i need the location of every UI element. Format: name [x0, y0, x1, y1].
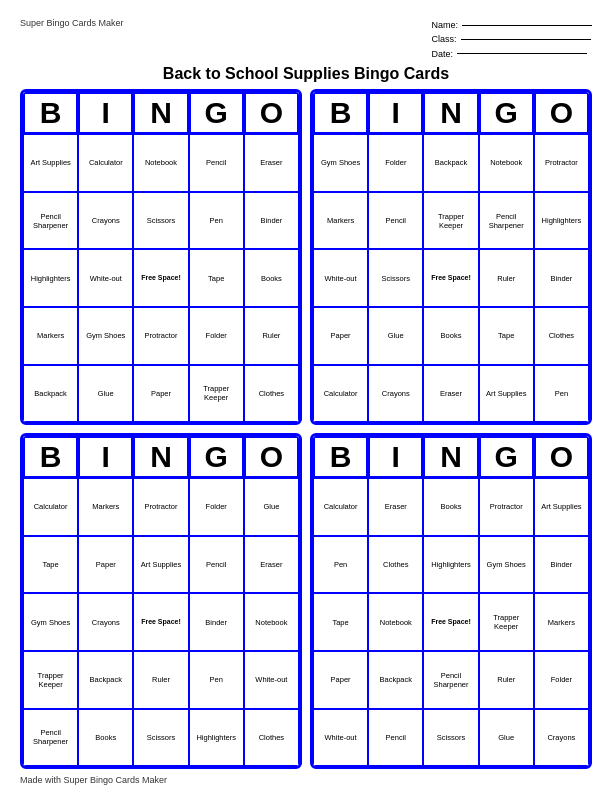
bingo-cell: Binder	[534, 536, 589, 594]
bingo-card-4: BINGOCalculatorEraserBooksProtractorArt …	[310, 433, 592, 769]
bingo-header-cell-O: O	[534, 92, 589, 134]
bingo-cell: Clothes	[244, 709, 299, 767]
bingo-header-3: BINGO	[23, 436, 299, 478]
bingo-cell: Free Space!	[423, 593, 478, 651]
bingo-cell: Highlighters	[23, 249, 78, 307]
bingo-cell: Clothes	[244, 365, 299, 423]
bingo-cell: Notebook	[368, 593, 423, 651]
bingo-cell: Scissors	[133, 709, 188, 767]
name-label: Name:	[431, 18, 458, 32]
bingo-cell: Markers	[78, 478, 133, 536]
bingo-cell: Folder	[368, 134, 423, 192]
bingo-cell: Highlighters	[423, 536, 478, 594]
bingo-cell: Backpack	[423, 134, 478, 192]
bingo-cell: Markers	[23, 307, 78, 365]
bingo-cell: Books	[423, 478, 478, 536]
bingo-cell: Ruler	[479, 249, 534, 307]
bingo-cell: Highlighters	[189, 709, 244, 767]
bingo-cell: Notebook	[479, 134, 534, 192]
bingo-cell: Glue	[244, 478, 299, 536]
bingo-cell: Books	[244, 249, 299, 307]
bingo-cell: Crayons	[534, 709, 589, 767]
bingo-body-4: CalculatorEraserBooksProtractorArt Suppl…	[313, 478, 589, 766]
bingo-cell: Paper	[78, 536, 133, 594]
bingo-cell: Scissors	[368, 249, 423, 307]
bingo-cell: Calculator	[78, 134, 133, 192]
bingo-cell: Trapper Keeper	[189, 365, 244, 423]
bingo-cell: Eraser	[244, 536, 299, 594]
bingo-header-cell-O: O	[244, 436, 299, 478]
class-label: Class:	[431, 32, 456, 46]
bingo-header-cell-I: I	[78, 436, 133, 478]
bingo-header-cell-B: B	[23, 436, 78, 478]
page-title: Back to School Supplies Bingo Cards	[20, 65, 592, 83]
bingo-cell: Protractor	[534, 134, 589, 192]
bingo-cell: Protractor	[133, 307, 188, 365]
bingo-cell: Pencil Sharpener	[23, 709, 78, 767]
bingo-cell: White-out	[244, 651, 299, 709]
bingo-cell: Ruler	[479, 651, 534, 709]
bingo-cell: Pencil	[368, 709, 423, 767]
bingo-cell: Protractor	[133, 478, 188, 536]
bingo-cell: Markers	[313, 192, 368, 250]
bingo-cell: Ruler	[244, 307, 299, 365]
bingo-cell: Crayons	[78, 593, 133, 651]
bingo-cell: Free Space!	[133, 593, 188, 651]
bingo-body-1: Art SuppliesCalculatorNotebookPencilEras…	[23, 134, 299, 422]
bingo-cell: Folder	[534, 651, 589, 709]
bingo-header-2: BINGO	[313, 92, 589, 134]
bingo-cell: Binder	[189, 593, 244, 651]
bingo-cell: Binder	[244, 192, 299, 250]
bingo-header-cell-B: B	[23, 92, 78, 134]
bingo-cell: Pen	[534, 365, 589, 423]
bingo-cell: Art Supplies	[534, 478, 589, 536]
bingo-cell: White-out	[313, 709, 368, 767]
bingo-cell: Tape	[479, 307, 534, 365]
date-label: Date:	[431, 47, 453, 61]
bingo-cell: Tape	[189, 249, 244, 307]
bingo-cell: Trapper Keeper	[479, 593, 534, 651]
bingo-header-1: BINGO	[23, 92, 299, 134]
name-fields: Name: Class: Date:	[431, 18, 592, 61]
bingo-cell: Books	[423, 307, 478, 365]
bingo-cell: Paper	[133, 365, 188, 423]
bingo-header-cell-I: I	[78, 92, 133, 134]
bingo-header-cell-I: I	[368, 92, 423, 134]
bingo-cell: Ruler	[133, 651, 188, 709]
bingo-cell: Pen	[189, 651, 244, 709]
bingo-header-cell-I: I	[368, 436, 423, 478]
bingo-cell: Notebook	[133, 134, 188, 192]
bingo-cell: Scissors	[133, 192, 188, 250]
bingo-cell: Protractor	[479, 478, 534, 536]
bingo-card-3: BINGOCalculatorMarkersProtractorFolderGl…	[20, 433, 302, 769]
bingo-cell: Pencil	[189, 134, 244, 192]
bingo-cell: Eraser	[244, 134, 299, 192]
bingo-cell: Pen	[189, 192, 244, 250]
bingo-cell: Free Space!	[423, 249, 478, 307]
bingo-cell: Clothes	[368, 536, 423, 594]
bingo-cell: Folder	[189, 478, 244, 536]
bingo-cell: White-out	[313, 249, 368, 307]
bingo-cell: Glue	[78, 365, 133, 423]
bingo-cell: Binder	[534, 249, 589, 307]
bingo-cell: Trapper Keeper	[23, 651, 78, 709]
bingo-card-2: BINGOGym ShoesFolderBackpackNotebookProt…	[310, 89, 592, 425]
bingo-cell: Gym Shoes	[23, 593, 78, 651]
bingo-cell: White-out	[78, 249, 133, 307]
bingo-cell: Calculator	[313, 478, 368, 536]
bingo-header-4: BINGO	[313, 436, 589, 478]
bingo-header-cell-N: N	[133, 436, 188, 478]
bingo-cell: Pencil	[189, 536, 244, 594]
bingo-card-1: BINGOArt SuppliesCalculatorNotebookPenci…	[20, 89, 302, 425]
bingo-cell: Tape	[313, 593, 368, 651]
bingo-cell: Highlighters	[534, 192, 589, 250]
bingo-cell: Scissors	[423, 709, 478, 767]
bingo-cell: Pencil Sharpener	[423, 651, 478, 709]
bingo-header-cell-G: G	[479, 436, 534, 478]
bingo-body-3: CalculatorMarkersProtractorFolderGlueTap…	[23, 478, 299, 766]
bingo-cell: Notebook	[244, 593, 299, 651]
cards-grid: BINGOArt SuppliesCalculatorNotebookPenci…	[20, 89, 592, 769]
page: Super Bingo Cards Maker Name: Class: Dat…	[0, 0, 612, 792]
bingo-cell: Trapper Keeper	[423, 192, 478, 250]
bingo-cell: Markers	[534, 593, 589, 651]
